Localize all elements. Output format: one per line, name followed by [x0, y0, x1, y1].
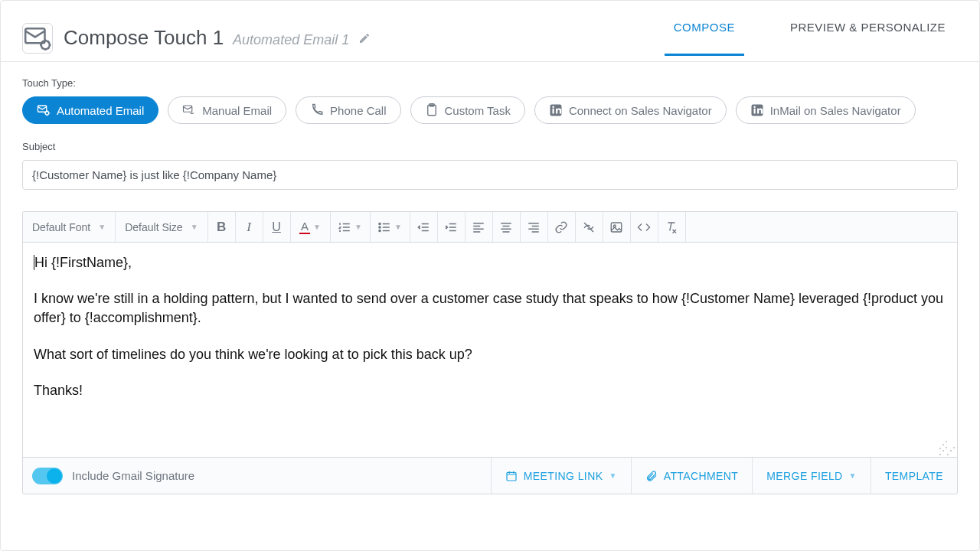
- indent-icon: [444, 220, 458, 234]
- font-dropdown[interactable]: Default Font ▼: [23, 212, 116, 242]
- compose-touch-page: Compose Touch 1 Automated Email 1 COMPOS…: [0, 0, 980, 551]
- gmail-signature-toggle[interactable]: [32, 468, 63, 484]
- pill-label: Connect on Sales Navigator: [569, 104, 712, 117]
- meeting-link-button[interactable]: MEETING LINK ▼: [491, 458, 631, 494]
- gmail-signature-toggle-wrap: Include Gmail Signature: [23, 468, 491, 484]
- body-line: What sort of timelines do you think we'r…: [34, 345, 946, 364]
- svg-rect-14: [507, 472, 516, 481]
- body-line: Hi {!FirstName},: [34, 255, 132, 270]
- font-dropdown-label: Default Font: [32, 221, 90, 233]
- svg-point-11: [379, 230, 381, 231]
- pill-label: Phone Call: [330, 104, 386, 117]
- touch-type-row: Automated Email Manual Email Phone Call …: [22, 96, 958, 124]
- body-line: I know we're still in a holding pattern,…: [34, 289, 946, 328]
- ordered-list-button[interactable]: ▼: [331, 212, 371, 242]
- email-gear-icon: [37, 103, 51, 117]
- gmail-signature-label: Include Gmail Signature: [72, 469, 194, 482]
- pill-label: Manual Email: [202, 104, 272, 117]
- chevron-down-icon: ▼: [354, 223, 362, 231]
- footer-actions: MEETING LINK ▼ ATTACHMENT MERGE FIELD ▼ …: [491, 458, 957, 494]
- attachment-button[interactable]: ATTACHMENT: [631, 458, 753, 494]
- italic-button[interactable]: I: [236, 212, 263, 242]
- merge-field-label: MERGE FIELD: [766, 470, 842, 482]
- unordered-list-icon: [377, 220, 391, 234]
- code-icon: [637, 220, 651, 234]
- chevron-down-icon: ▼: [609, 471, 616, 480]
- image-icon: [609, 220, 623, 234]
- meeting-link-label: MEETING LINK: [524, 470, 603, 482]
- paperclip-icon: [645, 470, 658, 482]
- header: Compose Touch 1 Automated Email 1 COMPOS…: [1, 1, 979, 62]
- linkedin-icon: [549, 103, 563, 117]
- chevron-down-icon: ▼: [191, 223, 198, 231]
- link-icon: [554, 220, 568, 234]
- bold-button[interactable]: B: [208, 212, 236, 242]
- touch-type-label: Touch Type:: [22, 77, 958, 89]
- editor-footer: Include Gmail Signature MEETING LINK ▼ A…: [23, 457, 957, 494]
- editor-shell: Default Font ▼ Default Size ▼ B I U A▼ ▼: [22, 211, 958, 494]
- page-title: Compose Touch 1: [64, 26, 224, 50]
- code-button[interactable]: [631, 212, 658, 242]
- outdent-button[interactable]: [410, 212, 438, 242]
- svg-rect-4: [184, 106, 192, 112]
- chevron-down-icon: ▼: [98, 223, 106, 231]
- svg-point-3: [45, 112, 49, 116]
- align-right-button[interactable]: [521, 212, 548, 242]
- text-color-button[interactable]: A▼: [291, 212, 331, 242]
- size-dropdown[interactable]: Default Size ▼: [116, 212, 207, 242]
- template-button[interactable]: TEMPLATE: [871, 458, 957, 494]
- align-left-button[interactable]: [466, 212, 493, 242]
- pill-automated-email[interactable]: Automated Email: [22, 96, 158, 124]
- resize-handle-icon[interactable]: ⋰⋰⋰: [939, 442, 954, 454]
- image-button[interactable]: [603, 212, 631, 242]
- pencil-icon[interactable]: [358, 32, 371, 44]
- align-center-button[interactable]: [493, 212, 521, 242]
- svg-rect-12: [611, 223, 622, 232]
- calendar-icon: [505, 470, 518, 482]
- unlink-icon: [582, 220, 596, 234]
- align-right-icon: [527, 220, 541, 234]
- email-gear-icon: [22, 23, 53, 54]
- pill-phone-call[interactable]: Phone Call: [296, 96, 400, 124]
- tabs: COMPOSE PREVIEW & PERSONALIZE: [669, 21, 958, 55]
- clear-format-icon: [665, 220, 678, 234]
- attachment-label: ATTACHMENT: [664, 470, 739, 482]
- unlink-button[interactable]: [576, 212, 603, 242]
- chevron-down-icon: ▼: [849, 471, 857, 480]
- outdent-icon: [416, 220, 430, 234]
- header-left: Compose Touch 1 Automated Email 1: [22, 23, 371, 54]
- subject-input[interactable]: [22, 160, 958, 190]
- link-button[interactable]: [548, 212, 576, 242]
- pill-connect-sales-nav[interactable]: Connect on Sales Navigator: [534, 96, 727, 124]
- pill-label: Custom Task: [445, 104, 511, 117]
- svg-point-9: [379, 223, 381, 224]
- pill-custom-task[interactable]: Custom Task: [410, 96, 525, 124]
- svg-point-10: [379, 226, 381, 227]
- tab-compose[interactable]: COMPOSE: [669, 21, 740, 55]
- email-hand-icon: [182, 103, 196, 117]
- template-label: TEMPLATE: [885, 470, 943, 482]
- unordered-list-button[interactable]: ▼: [371, 212, 410, 242]
- align-center-icon: [499, 220, 513, 234]
- underline-button[interactable]: U: [263, 212, 291, 242]
- size-dropdown-label: Default Size: [125, 221, 182, 233]
- body-line: Thanks!: [34, 381, 946, 400]
- merge-field-button[interactable]: MERGE FIELD ▼: [752, 458, 871, 494]
- tab-preview-personalize[interactable]: PREVIEW & PERSONALIZE: [786, 21, 950, 55]
- ordered-list-icon: [338, 220, 351, 234]
- pill-inmail-sales-nav[interactable]: InMail on Sales Navigator: [736, 96, 916, 124]
- pill-label: Automated Email: [57, 104, 144, 117]
- pill-manual-email[interactable]: Manual Email: [168, 96, 286, 124]
- editor-body[interactable]: Hi {!FirstName}, I know we're still in a…: [23, 243, 957, 457]
- indent-button[interactable]: [438, 212, 466, 242]
- title-wrap: Compose Touch 1 Automated Email 1: [64, 26, 371, 50]
- align-left-icon: [472, 220, 485, 234]
- linkedin-icon: [750, 103, 764, 117]
- page-subtitle: Automated Email 1: [233, 32, 349, 48]
- chevron-down-icon: ▼: [394, 223, 402, 231]
- clear-formatting-button[interactable]: [658, 212, 686, 242]
- body-area: Touch Type: Automated Email Manual Email…: [1, 62, 979, 494]
- phone-icon: [310, 103, 324, 117]
- pill-label: InMail on Sales Navigator: [770, 104, 901, 117]
- chevron-down-icon: ▼: [313, 223, 321, 231]
